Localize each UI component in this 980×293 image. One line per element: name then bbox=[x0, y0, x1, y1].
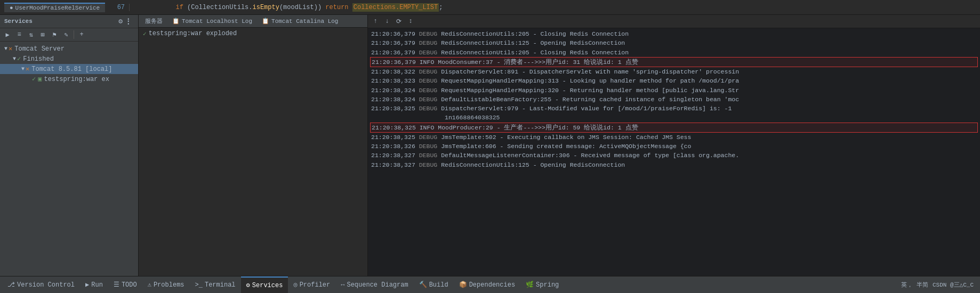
tab-icon: ● bbox=[10, 5, 13, 11]
log-tab-icon: 📋 bbox=[172, 18, 180, 25]
tree-label: Tomcat 8.5.81 [local] bbox=[31, 66, 112, 73]
tree-item-finished[interactable]: ▼ ✓ Finished bbox=[0, 54, 138, 64]
log-content[interactable]: 21:20:36,379 DEBUG RedisConnectionUtils:… bbox=[368, 28, 980, 276]
sort-button[interactable]: ⇅ bbox=[26, 29, 36, 40]
tomcat-icon: ✕ bbox=[26, 65, 29, 73]
catalina-log-tab[interactable]: 📋 Tomcat Catalina Log bbox=[258, 17, 342, 26]
group-button[interactable]: ⊞ bbox=[37, 29, 48, 40]
options-icon[interactable]: ⋮ bbox=[125, 17, 132, 26]
war-icon: ▣ bbox=[38, 75, 42, 83]
dependencies-icon: 📦 bbox=[459, 281, 467, 289]
sequence-label: Sequence Diagram bbox=[347, 281, 408, 289]
tree-label: Tomcat Server bbox=[14, 45, 65, 53]
check-icon: ✓ bbox=[17, 55, 21, 63]
server-icon: ✕ bbox=[9, 45, 12, 53]
tab-build[interactable]: 🔨 Build bbox=[414, 276, 454, 294]
todo-label: TODO bbox=[122, 281, 137, 289]
tree-label: testspring:war ex bbox=[44, 76, 109, 83]
terminal-label: Terminal bbox=[205, 281, 236, 289]
bottom-bar: ⎇ Version Control ▶ Run ☰ TODO ⚠ Problem… bbox=[0, 276, 980, 293]
log-output-panel: ↑ ↓ ⟳ ↕ 21:20:36,379 DEBUG RedisConnecti… bbox=[368, 15, 980, 276]
server-button[interactable]: 服务器 bbox=[141, 16, 167, 26]
catalina-log-label: Tomcat Catalina Log bbox=[271, 18, 338, 25]
tree-label: Finished bbox=[23, 55, 54, 63]
profiler-icon: ◎ bbox=[293, 281, 297, 289]
file-tab[interactable]: ● UserMoodPraiseRelService bbox=[4, 3, 105, 12]
run-icon: ▶ bbox=[85, 281, 89, 289]
dependencies-label: Dependencies bbox=[469, 281, 515, 289]
catalina-log-icon: 📋 bbox=[262, 18, 269, 25]
log-line: 21:20:38,324 DEBUG RequestMappingHandler… bbox=[370, 86, 978, 95]
services-toolbar: ▶ ≡ ⇅ ⊞ ⚑ ✎ + bbox=[0, 28, 138, 42]
deployment-check-icon: ✓ bbox=[143, 30, 147, 37]
line-number: 67 bbox=[114, 4, 130, 11]
services-icon: ⚙ bbox=[246, 281, 250, 289]
code-line: if (CollectionUtils.isEmpty(moodList)) r… bbox=[130, 4, 976, 11]
list-view-button[interactable]: ≡ bbox=[14, 29, 25, 40]
services-title-label: Services bbox=[4, 18, 33, 25]
services-label: Services bbox=[252, 282, 283, 289]
run-label: Run bbox=[91, 281, 103, 289]
log-line: 21:20:38,322 DEBUG DispatcherServlet:891… bbox=[370, 67, 978, 76]
tree-item-tomcat-server[interactable]: ▼ ✕ Tomcat Server bbox=[0, 44, 138, 54]
status-right: 英， 半简 CSDN @三△C_C bbox=[901, 281, 978, 289]
log-line: 21:20:38,326 DEBUG JmsTemplate:606 - Sen… bbox=[370, 142, 978, 151]
edit-button[interactable]: ✎ bbox=[61, 29, 71, 40]
add-button[interactable]: + bbox=[76, 29, 87, 40]
server-btn-label: 服务器 bbox=[145, 17, 163, 25]
tab-dependencies[interactable]: 📦 Dependencies bbox=[454, 276, 520, 294]
tab-version-control[interactable]: ⎇ Version Control bbox=[2, 276, 80, 294]
middle-panel: 服务器 📋 Tomcat Localhost Log 📋 Tomcat Cata… bbox=[139, 15, 368, 276]
log-line: 21:20:38,324 DEBUG DefaultListableBeanFa… bbox=[370, 95, 978, 104]
tree-item-testspring[interactable]: ✓ ▣ testspring:war ex bbox=[0, 74, 138, 84]
tab-services[interactable]: ⚙ Services bbox=[241, 276, 288, 294]
localhost-log-label: Tomcat Localhost Log bbox=[182, 18, 252, 25]
expand-arrow: ▼ bbox=[21, 66, 25, 72]
log-line: 21:20:38,325 DEBUG JmsTemplate:502 - Exe… bbox=[370, 133, 978, 142]
tab-problems[interactable]: ⚠ Problems bbox=[142, 276, 190, 294]
log-line: 21:20:36,379 DEBUG RedisConnectionUtils:… bbox=[370, 29, 978, 38]
todo-icon: ☰ bbox=[114, 281, 119, 289]
localhost-log-tab[interactable]: 📋 Tomcat Localhost Log bbox=[168, 17, 256, 26]
services-tree: ▼ ✕ Tomcat Server ▼ ✓ Finished ▼ ✕ Tomca… bbox=[0, 42, 138, 276]
log-line: 21:20:36,379 DEBUG RedisConnectionUtils:… bbox=[370, 48, 978, 57]
problems-icon: ⚠ bbox=[148, 281, 151, 289]
settings-icon[interactable]: ⚙ bbox=[118, 17, 123, 26]
tab-run[interactable]: ▶ Run bbox=[80, 276, 108, 294]
run-button[interactable]: ▶ bbox=[2, 29, 13, 40]
services-panel: Services ⚙ ⋮ ▶ ≡ ⇅ ⊞ ⚑ ✎ + ▼ ✕ Tomcat Se… bbox=[0, 15, 139, 276]
build-icon: 🔨 bbox=[419, 281, 427, 289]
terminal-icon: >_ bbox=[195, 281, 203, 289]
log-line: 21:20:38,325 DEBUG DispatcherServlet:979… bbox=[370, 104, 978, 113]
input-status: 英， 半简 bbox=[901, 281, 928, 289]
expand-arrow: ▼ bbox=[4, 46, 7, 52]
filter-button[interactable]: ⚑ bbox=[49, 29, 60, 40]
version-control-label: Version Control bbox=[17, 281, 75, 289]
scroll-down-button[interactable]: ↓ bbox=[382, 16, 392, 27]
main-layout: Services ⚙ ⋮ ▶ ≡ ⇅ ⊞ ⚑ ✎ + ▼ ✕ Tomcat Se… bbox=[0, 15, 980, 276]
scroll-up-button[interactable]: ↑ bbox=[370, 16, 381, 27]
expand-button[interactable]: ↕ bbox=[405, 16, 416, 27]
problems-label: Problems bbox=[154, 281, 184, 289]
log-toolbar: ↑ ↓ ⟳ ↕ bbox=[368, 15, 980, 28]
log-line: 1n1668864038325 bbox=[370, 113, 978, 122]
spring-label: Spring bbox=[536, 281, 559, 289]
tree-item-tomcat-local[interactable]: ▼ ✕ Tomcat 8.5.81 [local] bbox=[0, 64, 138, 74]
top-code-bar: ● UserMoodPraiseRelService 67 if (Collec… bbox=[0, 0, 980, 15]
build-label: Build bbox=[429, 281, 448, 289]
profiler-label: Profiler bbox=[300, 281, 331, 289]
panel-title-buttons: ⚙ ⋮ bbox=[118, 17, 134, 26]
version-control-icon: ⎇ bbox=[7, 281, 15, 289]
tab-terminal[interactable]: >_ Terminal bbox=[190, 276, 241, 294]
tab-label: UserMoodPraiseRelService bbox=[15, 5, 100, 11]
log-line: 21:20:38,323 DEBUG RequestMappingHandler… bbox=[370, 76, 978, 85]
tab-sequence-diagram[interactable]: ↔ Sequence Diagram bbox=[335, 276, 413, 294]
refresh-button[interactable]: ⟳ bbox=[393, 16, 404, 27]
tab-profiler[interactable]: ◎ Profiler bbox=[288, 276, 335, 294]
tab-todo[interactable]: ☰ TODO bbox=[108, 276, 142, 294]
services-panel-title: Services ⚙ ⋮ bbox=[0, 15, 138, 28]
user-status: CSDN @三△C_C bbox=[933, 281, 974, 289]
artifact-icon: ✓ bbox=[32, 75, 36, 83]
sequence-icon: ↔ bbox=[341, 281, 344, 289]
tab-spring[interactable]: 🌿 Spring bbox=[520, 276, 564, 294]
